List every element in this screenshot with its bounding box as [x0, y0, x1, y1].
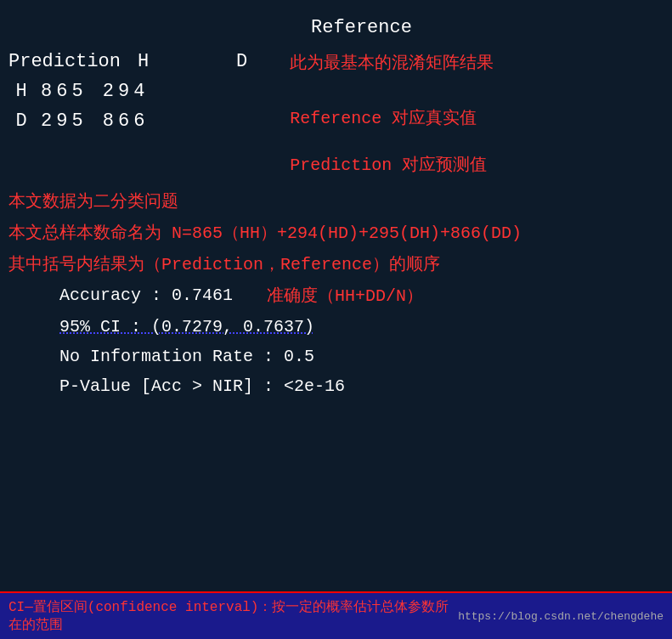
annotation-line3: Prediction 对应预测值	[290, 153, 664, 176]
bottom-text: CI—置信区间(confidence interval)：按一定的概率估计总体参…	[8, 598, 458, 634]
matrix-area: Prediction H D H 865 294 D 295 866	[8, 51, 256, 140]
row-h-label: H	[8, 81, 34, 102]
annotation-line1: 此为最基本的混淆矩阵结果	[290, 51, 664, 74]
accuracy-value: Accuracy : 0.7461	[59, 286, 233, 305]
pvalue-value: P-Value [Acc > NIR] : <2e-16	[59, 376, 345, 396]
total-n-desc: 本文总样本数命名为 N=865（HH）+294(HD)+295(DH)+866(…	[8, 221, 664, 244]
nir-value: No Information Rate : 0.5	[59, 347, 314, 366]
bottom-url: https://blog.csdn.net/chengdehe	[458, 610, 664, 623]
pvalue-line: P-Value [Acc > NIR] : <2e-16	[8, 376, 664, 396]
matrix-row-d: D 295 866	[8, 110, 256, 132]
binary-desc: 本文数据为二分类问题	[8, 189, 664, 212]
ci-line: 95% CI : (0.7279, 0.7637)	[8, 317, 664, 336]
row-d-values: 295 866	[41, 110, 149, 132]
prediction-header-row: Prediction H D	[8, 51, 256, 72]
prediction-title: Prediction	[8, 51, 121, 72]
col-d: D	[236, 51, 256, 72]
row-d-label: D	[8, 110, 34, 132]
col-h: H	[138, 51, 157, 72]
bottom-bar: CI—置信区间(confidence interval)：按一定的概率估计总体参…	[0, 591, 672, 639]
matrix-row-h: H 865 294	[8, 81, 256, 102]
row-h-values: 865 294	[41, 81, 149, 102]
reference-label: Reference	[311, 17, 412, 38]
ci-value: 95% CI : (0.7279, 0.7637)	[59, 317, 314, 336]
nir-line: No Information Rate : 0.5	[8, 347, 664, 366]
annotation-line2: Reference 对应真实值	[290, 106, 664, 129]
confusion-section: Prediction H D H 865 294 D 295 866 此为最基本…	[8, 51, 664, 183]
order-desc: 其中括号内结果为（Prediction，Reference）的顺序	[8, 252, 664, 275]
accuracy-line: Accuracy : 0.7461 准确度（HH+DD/N）	[8, 284, 664, 307]
annotation-area: 此为最基本的混淆矩阵结果 Reference 对应真实值 Prediction …	[256, 51, 664, 183]
stats-section: Accuracy : 0.7461 准确度（HH+DD/N） 95% CI : …	[8, 284, 664, 396]
reference-header: Reference	[59, 17, 664, 38]
col-headers: H D	[138, 51, 256, 72]
main-content: Reference Prediction H D H 865 294 D 295…	[0, 0, 672, 415]
accuracy-annotation: 准确度（HH+DD/N）	[267, 284, 423, 307]
